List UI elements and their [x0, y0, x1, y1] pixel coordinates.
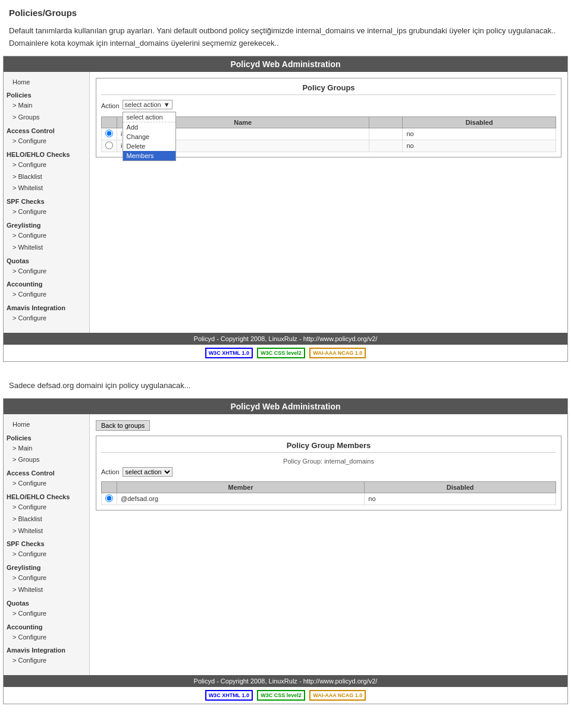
- group-disabled-1: no: [403, 128, 556, 140]
- panel1-footer: Policyd - Copyright 2008, LinuxRulz - ht…: [4, 333, 567, 345]
- sidebar2-item-grey-configure[interactable]: > Configure: [7, 572, 86, 584]
- sidebar-item-helo-configure[interactable]: > Configure: [7, 159, 86, 171]
- sidebar-item-helo-blacklist[interactable]: > Blacklist: [7, 171, 86, 183]
- policy-groups-box: Policy Groups Action select action ▼ sel…: [96, 78, 561, 157]
- action-select-1[interactable]: select action ▼: [123, 100, 172, 109]
- action-dropdown-1[interactable]: select action ▼ select action Add Change…: [123, 100, 172, 109]
- sidebar2-policies-title: Policies: [7, 434, 86, 442]
- action-label-2: Action: [101, 468, 120, 475]
- sidebar2-item-helo-configure[interactable]: > Configure: [7, 502, 86, 513]
- sidebar2-section-access: Access Control > Configure: [7, 469, 86, 490]
- policy-group-value: internal_domains: [324, 458, 374, 465]
- col2-disabled: Disabled: [365, 481, 556, 493]
- dropdown-item-delete[interactable]: Delete: [123, 141, 175, 151]
- sidebar2-section-accounting: Accounting > Configure: [7, 623, 86, 644]
- badge-wai: WAI-AAA NCAG 1.0: [309, 348, 366, 358]
- sidebar2-section-greylisting: Greylisting > Configure > Whitelist: [7, 564, 86, 596]
- sidebar-1: Home Policies > Main > Groups Access Con…: [4, 72, 90, 333]
- policy-members-box: Policy Group Members Policy Group: inter…: [96, 436, 561, 510]
- sidebar2-item-access-configure[interactable]: > Configure: [7, 478, 86, 490]
- sidebar-spf-title: SPF Checks: [7, 198, 86, 205]
- intro-section-2: Sadece defsad.org domaini için policy uy…: [0, 374, 571, 398]
- panel1-body: Home Policies > Main > Groups Access Con…: [4, 72, 567, 333]
- group-action-2: [369, 140, 403, 152]
- sidebar2-item-groups[interactable]: > Groups: [7, 454, 86, 466]
- sidebar-amavis-title: Amavis Integration: [7, 304, 86, 311]
- dropdown-item-members[interactable]: Members: [123, 151, 175, 160]
- panel2-body: Home Policies > Main > Groups Access Con…: [4, 414, 567, 675]
- admin-panel-1: Policyd Web Administration Home Policies…: [3, 56, 568, 362]
- sidebar-item-grey-configure[interactable]: > Configure: [7, 230, 86, 242]
- dropdown-item-change[interactable]: Change: [123, 132, 175, 141]
- radio-cell-1[interactable]: [102, 128, 117, 140]
- sidebar2-section-spf: SPF Checks > Configure: [7, 540, 86, 560]
- sidebar-policies-title: Policies: [7, 92, 86, 99]
- sidebar-section-access: Access Control > Configure: [7, 127, 86, 147]
- col-radio: [102, 116, 117, 128]
- sidebar2-greylisting-title: Greylisting: [7, 564, 86, 571]
- sidebar-item-quotas-configure[interactable]: > Configure: [7, 266, 86, 278]
- action-row-2: Action select action: [101, 467, 556, 477]
- sidebar2-item-main[interactable]: > Main: [7, 443, 86, 455]
- panel1-header: Policyd Web Administration: [4, 56, 567, 72]
- panel2-badges: W3C XHTML 1.0 W3C CSS level2 WAI-AAA NCA…: [4, 687, 567, 704]
- sidebar-helo-title: HELO/EHLO Checks: [7, 151, 86, 158]
- sidebar2-item-accounting-configure[interactable]: > Configure: [7, 632, 86, 644]
- radio-input-2[interactable]: [105, 141, 113, 149]
- sidebar-item-accounting-configure[interactable]: > Configure: [7, 289, 86, 301]
- col2-radio: [102, 481, 117, 493]
- policy-groups-title: Policy Groups: [101, 83, 556, 95]
- sidebar2-item-grey-whitelist[interactable]: > Whitelist: [7, 584, 86, 596]
- group-disabled-2: no: [403, 140, 556, 152]
- sidebar-item-groups[interactable]: > Groups: [7, 112, 86, 124]
- sidebar-item-home[interactable]: Home: [7, 77, 86, 89]
- dropdown-item-add[interactable]: Add: [123, 122, 175, 132]
- sidebar2-item-spf-configure[interactable]: > Configure: [7, 549, 86, 560]
- sidebar2-item-helo-whitelist[interactable]: > Whitelist: [7, 525, 86, 537]
- panel2-footer: Policyd - Copyright 2008, LinuxRulz - ht…: [4, 675, 567, 687]
- action-select-2[interactable]: select action: [123, 467, 172, 477]
- radio-cell-m1[interactable]: [102, 493, 117, 505]
- intro-text-2: Sadece defsad.org domaini için policy uy…: [9, 380, 562, 392]
- panel2-header: Policyd Web Administration: [4, 399, 567, 414]
- sidebar2-item-helo-blacklist[interactable]: > Blacklist: [7, 513, 86, 525]
- dropdown-arrow-1: ▼: [164, 101, 170, 108]
- sidebar2-section-amavis: Amavis Integration > Configure: [7, 647, 86, 667]
- panel1-badges: W3C XHTML 1.0 W3C CSS level2 WAI-AAA NCA…: [4, 345, 567, 361]
- sidebar2-section-policies: Policies > Main > Groups: [7, 434, 86, 467]
- sidebar-item-helo-whitelist[interactable]: > Whitelist: [7, 182, 86, 194]
- col-empty: [369, 116, 403, 128]
- member-disabled-1: no: [365, 493, 556, 505]
- sidebar-item-spf-configure[interactable]: > Configure: [7, 206, 86, 218]
- dropdown-item-select[interactable]: select action: [123, 112, 175, 122]
- radio-cell-2[interactable]: [102, 140, 117, 152]
- col-disabled: Disabled: [403, 116, 556, 128]
- action-row-1: Action select action ▼ select action Add…: [101, 100, 556, 112]
- sidebar-item-main[interactable]: > Main: [7, 100, 86, 112]
- policy-members-table: Member Disabled @defsad.org no: [101, 481, 556, 505]
- action-select-text-1: select action: [125, 101, 161, 108]
- panel1-main-content: Policy Groups Action select action ▼ sel…: [90, 72, 567, 333]
- table-row: @defsad.org no: [102, 493, 556, 505]
- sidebar2-quotas-title: Quotas: [7, 600, 86, 607]
- sidebar-section-policies: Policies > Main > Groups: [7, 92, 86, 124]
- radio-input-m1[interactable]: [105, 494, 113, 502]
- page-title: Policies/Groups: [9, 6, 562, 20]
- panel2-main-content: Back to groups Policy Group Members Poli…: [90, 414, 567, 675]
- sidebar-accounting-title: Accounting: [7, 281, 86, 288]
- back-to-groups-button[interactable]: Back to groups: [96, 420, 150, 431]
- badge-css: W3C CSS level2: [257, 348, 305, 358]
- sidebar2-item-quotas-configure[interactable]: > Configure: [7, 608, 86, 620]
- admin-panel-2: Policyd Web Administration Home Policies…: [3, 398, 568, 704]
- sidebar-section-greylisting: Greylisting > Configure > Whitelist: [7, 222, 86, 254]
- sidebar-section-amavis: Amavis Integration > Configure: [7, 304, 86, 324]
- intro-text-1: Default tanımlarda kullanılan grup ayarl…: [9, 25, 562, 50]
- sidebar-item-grey-whitelist[interactable]: > Whitelist: [7, 242, 86, 254]
- sidebar2-item-home[interactable]: Home: [7, 419, 86, 431]
- sidebar2-item-amavis-configure[interactable]: > Configure: [7, 655, 86, 667]
- sidebar-item-amavis-configure[interactable]: > Configure: [7, 313, 86, 324]
- radio-input-1[interactable]: [105, 130, 113, 137]
- sidebar2-amavis-title: Amavis Integration: [7, 647, 86, 654]
- member-name-1: @defsad.org: [117, 493, 365, 505]
- sidebar-item-access-configure[interactable]: > Configure: [7, 135, 86, 147]
